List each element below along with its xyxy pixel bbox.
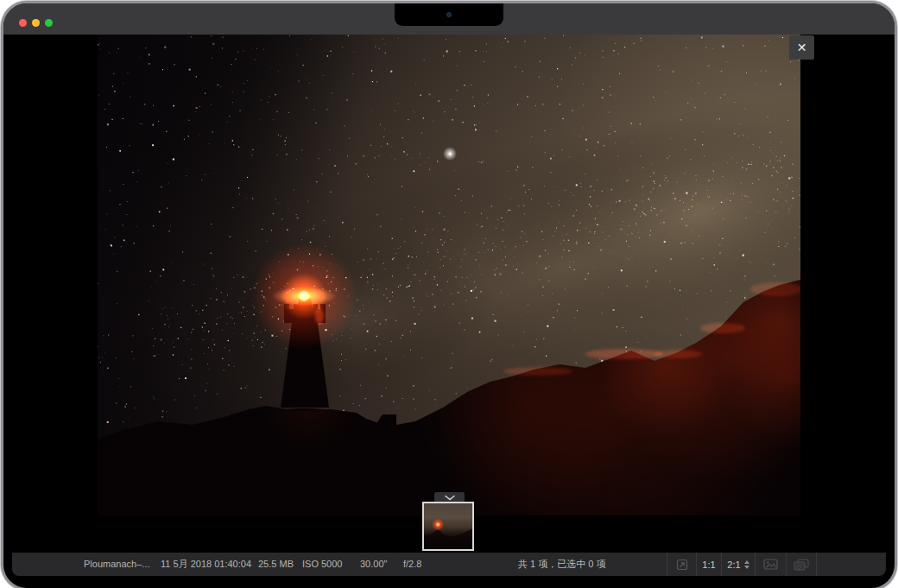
image-icon	[763, 559, 778, 570]
selection-summary: 共 1 项，已选中 0 项	[518, 553, 605, 576]
expand-button[interactable]	[667, 553, 696, 576]
filesize-label: 25.5 MB	[258, 553, 294, 576]
traffic-light-close[interactable]	[19, 19, 27, 27]
expand-icon	[676, 559, 688, 571]
datetime-label: 11 5月 2018 01:40:04	[161, 553, 251, 576]
image-view-button[interactable]	[755, 553, 786, 576]
thumbnail[interactable]	[422, 502, 474, 551]
iso-label: ISO 5000	[302, 553, 342, 576]
display-notch	[395, 3, 503, 26]
photo[interactable]	[98, 35, 800, 515]
traffic-light-zoom[interactable]	[45, 19, 53, 27]
macbook-screen: ✕ Ploumanach–... 11 5月 2018 01:40:04 25.…	[3, 3, 895, 588]
filename-label: Ploumanach–...	[84, 553, 149, 576]
traffic-light-minimize[interactable]	[32, 19, 40, 27]
zoom-ratio-control[interactable]: 2:1	[721, 553, 755, 576]
chevron-down-icon	[444, 495, 456, 501]
compare-button[interactable]	[786, 553, 817, 576]
titlebar	[3, 3, 895, 35]
viewer-controls: 1:1 2:1	[667, 553, 817, 576]
close-icon: ✕	[797, 41, 807, 54]
zoom-ratio-stepper[interactable]	[744, 560, 749, 569]
aperture-label: f/2.8	[403, 553, 421, 576]
compare-stack-icon	[794, 559, 809, 571]
close-viewer-button[interactable]: ✕	[789, 35, 814, 60]
actual-size-button[interactable]: 1:1	[696, 553, 721, 576]
camera-icon	[447, 13, 452, 17]
exposure-label: 30.00"	[360, 553, 387, 576]
photo-viewer	[98, 35, 800, 515]
stepper-up-icon	[744, 560, 749, 564]
statusbar: Ploumanach–... 11 5月 2018 01:40:04 25.5 …	[12, 553, 886, 576]
stepper-down-icon	[744, 566, 749, 569]
zoom-ratio-label: 2:1	[727, 560, 740, 570]
thumbnail-image	[424, 503, 472, 549]
actual-size-label: 1:1	[702, 560, 715, 570]
